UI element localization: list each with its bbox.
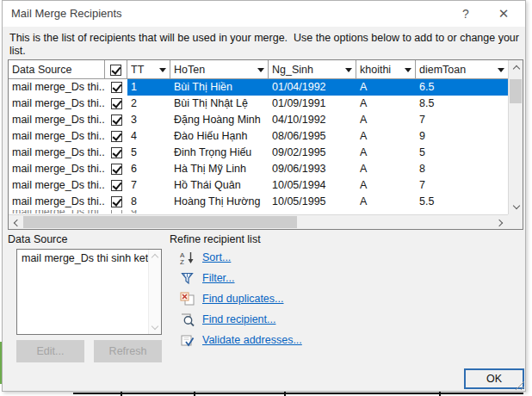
cell-ng-sinh: 09/06/1993 xyxy=(269,161,356,177)
help-icon[interactable]: ? xyxy=(451,1,480,27)
recipient-checkbox[interactable] xyxy=(111,164,122,175)
cell-diemtoan: 7 xyxy=(416,177,508,194)
cell-checkbox xyxy=(105,194,127,210)
refresh-button[interactable]: Refresh xyxy=(94,340,162,362)
table-header-row: Data Source TT HoTen Ng_Sinh khoithi xyxy=(9,60,508,79)
column-header-hoten[interactable]: HoTen xyxy=(170,60,269,79)
cell-data-source: mail merge_Ds thi... xyxy=(9,145,105,161)
listbox-scroll-up[interactable] xyxy=(149,252,161,260)
cell-hoten: Hoàng Thị Hường xyxy=(170,194,269,210)
recipient-checkbox[interactable] xyxy=(111,210,122,213)
recipient-checkbox[interactable] xyxy=(111,180,122,191)
find-duplicates-link-label: Find duplicates... xyxy=(202,293,284,305)
vertical-scroll-thumb[interactable] xyxy=(510,79,522,103)
table-row[interactable]: mail merge_Ds thi... 6 Hà Thị Mỹ Linh 09… xyxy=(9,161,508,177)
cell-tt: 1 xyxy=(127,79,170,96)
cell-checkbox xyxy=(105,79,127,96)
data-source-listbox[interactable]: mail merge_Ds thi sinh ket q xyxy=(16,249,162,335)
chevron-down-icon[interactable] xyxy=(257,68,264,72)
close-icon[interactable]: ✕ xyxy=(489,1,518,27)
scroll-left-button[interactable] xyxy=(9,215,23,230)
column-header-select-all[interactable] xyxy=(105,60,127,79)
cell-tt: 7 xyxy=(127,177,170,194)
column-label: khoithi xyxy=(360,64,402,76)
horizontal-scrollbar[interactable] xyxy=(9,214,508,229)
column-header-data-source[interactable]: Data Source xyxy=(9,60,105,79)
recipient-checkbox[interactable] xyxy=(111,114,122,126)
table-row[interactable]: mail merge_Ds thi... 1 Bùi Thị Hiền 01/0… xyxy=(9,79,508,96)
data-source-item[interactable]: mail merge_Ds thi sinh ket q xyxy=(17,250,161,264)
edit-button[interactable]: Edit... xyxy=(16,340,84,362)
cell-hoten: Bùi Thị Nhật Lệ xyxy=(170,96,269,112)
cell-data-source: mail merge_Ds thi... xyxy=(9,79,105,96)
filter-link[interactable]: Filter... xyxy=(180,268,302,288)
chevron-down-icon[interactable] xyxy=(498,68,504,72)
dialog-title: Mail Merge Recipients xyxy=(11,1,122,27)
vertical-scrollbar[interactable] xyxy=(508,60,523,214)
cell-hoten: Đào Hiếu Hạnh xyxy=(170,128,269,145)
cell-diemtoan: 8.5 xyxy=(416,96,508,112)
chevron-up-icon xyxy=(512,65,519,72)
column-header-khoithi[interactable]: khoithi xyxy=(356,60,416,79)
validate-addresses-link-label: Validate addresses... xyxy=(202,334,302,346)
find-duplicates-link[interactable]: Find duplicates... xyxy=(180,288,302,309)
recipient-checkbox[interactable] xyxy=(111,196,122,207)
cell-khoithi: A xyxy=(356,194,416,210)
cell-diemtoan: 5.5 xyxy=(416,194,508,210)
chevron-up-icon xyxy=(152,254,158,261)
find-recipient-link[interactable]: Find recipient... xyxy=(180,309,302,330)
table-row[interactable]: mail merge_Ds thi... 2 Bùi Thị Nhật Lệ 0… xyxy=(9,96,508,112)
sort-link[interactable]: AZ Sort... xyxy=(180,247,302,268)
cell-ng-sinh xyxy=(269,210,356,213)
horizontal-scroll-thumb[interactable] xyxy=(23,216,297,228)
cell-tt: 3 xyxy=(127,112,170,128)
cell-checkbox xyxy=(105,112,127,128)
svg-text:Z: Z xyxy=(180,258,184,265)
title-bar: Mail Merge Recipients ? ✕ xyxy=(3,1,525,27)
cell-tt: 5 xyxy=(127,145,170,161)
sort-link-label: Sort... xyxy=(202,251,231,263)
chevron-down-icon[interactable] xyxy=(405,68,411,72)
cell-tt: 4 xyxy=(127,128,170,145)
table-row[interactable]: mail merge_Ds thi... 8 Hoàng Thị Hường 1… xyxy=(9,194,508,210)
listbox-scroll-down[interactable] xyxy=(149,324,161,331)
cell-hoten: Đinh Trọng Hiếu xyxy=(170,145,269,161)
select-all-checkbox[interactable] xyxy=(110,65,121,76)
cell-ng-sinh: 10/05/1995 xyxy=(269,194,356,210)
scroll-down-button[interactable] xyxy=(509,200,523,214)
recipient-checkbox[interactable] xyxy=(111,147,122,158)
cell-khoithi: A xyxy=(356,79,416,96)
table-row[interactable]: mail merge_Ds thi... 4 Đào Hiếu Hạnh 08/… xyxy=(9,128,508,145)
validate-addresses-link[interactable]: Validate addresses... xyxy=(180,330,302,350)
table-row[interactable]: mail merge_Ds thi... 5 Đinh Trọng Hiếu 0… xyxy=(9,145,508,161)
scroll-up-button[interactable] xyxy=(509,60,523,75)
scrollbar-corner xyxy=(508,214,523,229)
table-row[interactable]: mail merge_Ds thi... 3 Đặng Hoàng Minh 0… xyxy=(9,112,508,128)
chevron-down-icon xyxy=(152,323,158,330)
column-header-tt[interactable]: TT xyxy=(127,60,170,79)
recipient-checkbox[interactable] xyxy=(111,131,122,142)
table-row[interactable]: mail merge_Ds thi... 9 xyxy=(9,210,508,213)
sort-icon: AZ xyxy=(180,251,195,265)
table-row[interactable]: mail merge_Ds thi... 7 Hồ Thái Quân 10/0… xyxy=(9,177,508,194)
cell-data-source: mail merge_Ds thi... xyxy=(9,177,105,194)
scroll-right-button[interactable] xyxy=(493,215,508,230)
listbox-scrollbar[interactable] xyxy=(148,250,161,334)
chevron-down-icon[interactable] xyxy=(345,68,352,72)
cell-data-source: mail merge_Ds thi... xyxy=(9,112,105,128)
cell-ng-sinh: 04/10/1992 xyxy=(269,112,356,128)
column-header-diemtoan[interactable]: diemToan xyxy=(416,60,508,79)
cell-khoithi: A xyxy=(356,112,416,128)
cell-ng-sinh: 01/04/1992 xyxy=(269,79,356,96)
column-header-ng-sinh[interactable]: Ng_Sinh xyxy=(269,60,356,79)
cell-ng-sinh: 09/02/1995 xyxy=(269,145,356,161)
recipient-checkbox[interactable] xyxy=(111,82,122,93)
column-label: TT xyxy=(131,64,157,76)
cell-checkbox xyxy=(105,177,127,194)
chevron-down-icon[interactable] xyxy=(159,68,166,72)
recipient-checkbox[interactable] xyxy=(111,98,122,109)
ok-button[interactable]: OK xyxy=(464,368,524,389)
cell-checkbox xyxy=(105,128,127,145)
cell-checkbox xyxy=(105,161,127,177)
cell-data-source: mail merge_Ds thi... xyxy=(9,210,105,213)
